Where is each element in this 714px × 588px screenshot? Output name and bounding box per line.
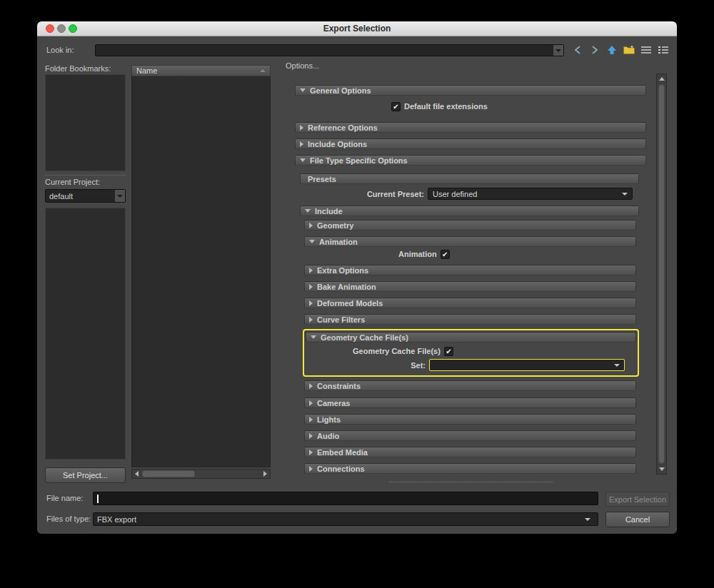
section-embed-media[interactable]: Embed Media (304, 447, 636, 457)
section-label: Deformed Models (317, 299, 383, 308)
default-file-extensions[interactable]: ✔ (391, 102, 401, 111)
section-reference-options[interactable]: Reference Options (295, 122, 646, 133)
section-deformed-models[interactable]: Deformed Models (304, 298, 636, 308)
section-label: Bake Animation (317, 283, 376, 291)
default-file-extensions-row: ✔Default file extensions (391, 101, 655, 111)
triangle-right-icon (309, 400, 313, 406)
details-view-icon[interactable] (657, 44, 670, 56)
scroll-left-button[interactable] (132, 470, 141, 478)
sort-indicator-icon (260, 69, 266, 72)
geometry-cache-group: Geometry Cache File(s)Geometry Cache Fil… (303, 329, 639, 377)
current-project-dropdown[interactable]: default (45, 189, 126, 203)
section-include-options[interactable]: Include Options (295, 138, 646, 149)
text-cursor (97, 495, 99, 503)
section-audio[interactable]: Audio (304, 430, 636, 441)
current-project-dropdown-button[interactable] (114, 190, 125, 202)
triangle-right-icon (309, 433, 313, 439)
file-name-input[interactable] (93, 492, 598, 505)
section-lights[interactable]: Lights (304, 414, 636, 425)
up-one-directory-icon[interactable] (605, 44, 618, 56)
section-curve-filters[interactable]: Curve Filters (304, 314, 636, 325)
section-extra-options[interactable]: Extra Options (304, 265, 636, 275)
folder-bookmarks-list[interactable] (45, 74, 126, 171)
section-label: File Type Specific Options (310, 156, 408, 165)
cancel-button[interactable]: Cancel (605, 512, 670, 527)
geometry-cache-files-checkbox[interactable]: ✔ (444, 347, 453, 356)
chevron-down-icon (614, 364, 620, 367)
files-of-type-value: FBX export (94, 515, 585, 524)
section-bake-animation[interactable]: Bake Animation (304, 281, 636, 292)
section-label: Cameras (317, 399, 350, 407)
checkbox-label: Animation (398, 250, 437, 258)
chevron-down-icon (555, 49, 561, 52)
go-back-icon[interactable] (571, 44, 584, 56)
file-dialog-toolbar (571, 44, 671, 56)
scroll-up-button[interactable] (657, 74, 666, 83)
section-cameras[interactable]: Cameras (304, 397, 636, 408)
files-of-type-label: Files of type: (46, 514, 91, 523)
go-forward-icon[interactable] (588, 44, 601, 56)
options-resize-divider (389, 482, 553, 482)
current-preset-dropdown[interactable]: User defined (428, 188, 633, 200)
set-dropdown[interactable] (429, 359, 625, 371)
animation-checkbox[interactable]: ✔ (441, 250, 450, 259)
section-label: General Options (310, 86, 371, 95)
section-animation[interactable]: Animation (304, 236, 636, 247)
file-list-horizontal-scrollbar[interactable] (131, 469, 271, 479)
section-label: Constraints (317, 382, 361, 390)
triangle-down-icon (659, 467, 665, 471)
dropdown-label: Set: (306, 361, 426, 370)
look-in-label: Look in: (46, 46, 74, 54)
set-project-button[interactable]: Set Project... (45, 467, 126, 483)
scrollbar-track[interactable] (141, 470, 261, 478)
triangle-right-icon (309, 268, 313, 273)
scroll-right-button[interactable] (261, 470, 270, 478)
scrollbar-thumb[interactable] (142, 470, 195, 477)
dropdown-value: User defined (428, 190, 622, 198)
list-view-icon[interactable] (640, 44, 653, 56)
export-selection-button[interactable]: Export Selection (605, 492, 670, 507)
options-panel: General Options✔Default file extensionsR… (288, 74, 655, 475)
create-new-folder-icon[interactable] (623, 44, 635, 56)
section-include[interactable]: Include (300, 206, 639, 216)
triangle-down-icon (300, 88, 306, 92)
section-general-options[interactable]: General Options (295, 85, 646, 96)
section-geometry-cache-files[interactable]: Geometry Cache File(s) (306, 332, 636, 343)
geometry-cache-files-checkbox-row: Geometry Cache File(s)✔ (353, 346, 636, 356)
current-project-value: default (46, 192, 114, 201)
desktop-background: Export Selection Look in: (0, 0, 714, 588)
section-constraints[interactable]: Constraints (304, 380, 636, 391)
section-label: Curve Filters (317, 315, 365, 324)
file-list[interactable] (131, 76, 271, 467)
options-label: Options... (286, 61, 319, 70)
options-vertical-scrollbar[interactable] (656, 74, 667, 475)
section-label: Include Options (308, 140, 367, 148)
triangle-down-icon (309, 240, 315, 243)
scroll-down-button[interactable] (657, 465, 666, 474)
scrollbar-thumb[interactable] (658, 84, 665, 464)
section-presets[interactable]: Presets (300, 173, 639, 184)
chevron-down-icon (622, 193, 628, 196)
triangle-right-icon (300, 125, 303, 131)
checkbox-label: Geometry Cache File(s) (353, 347, 441, 355)
triangle-right-icon (309, 284, 313, 290)
section-connections[interactable]: Connections (304, 463, 636, 474)
look-in-dropdown-button[interactable] (553, 45, 563, 56)
titlebar[interactable]: Export Selection (37, 21, 677, 36)
section-label: Presets (308, 175, 336, 183)
triangle-right-icon (309, 317, 313, 323)
file-list-name-column-header[interactable]: Name (131, 65, 271, 76)
triangle-left-icon (135, 471, 139, 477)
look-in-combobox[interactable] (95, 44, 564, 56)
section-file-type-specific-options[interactable]: File Type Specific Options (295, 155, 646, 166)
checkbox-label: Default file extensions (404, 102, 488, 111)
section-geometry[interactable]: Geometry (304, 220, 636, 230)
chevron-down-icon (585, 518, 590, 521)
section-label: Connections (317, 465, 365, 473)
triangle-down-icon (311, 335, 316, 339)
files-of-type-dropdown[interactable]: FBX export (93, 512, 598, 526)
project-folder-list[interactable] (45, 208, 126, 460)
triangle-right-icon (263, 471, 267, 477)
section-label: Reference Options (308, 123, 378, 132)
triangle-right-icon (309, 450, 313, 455)
